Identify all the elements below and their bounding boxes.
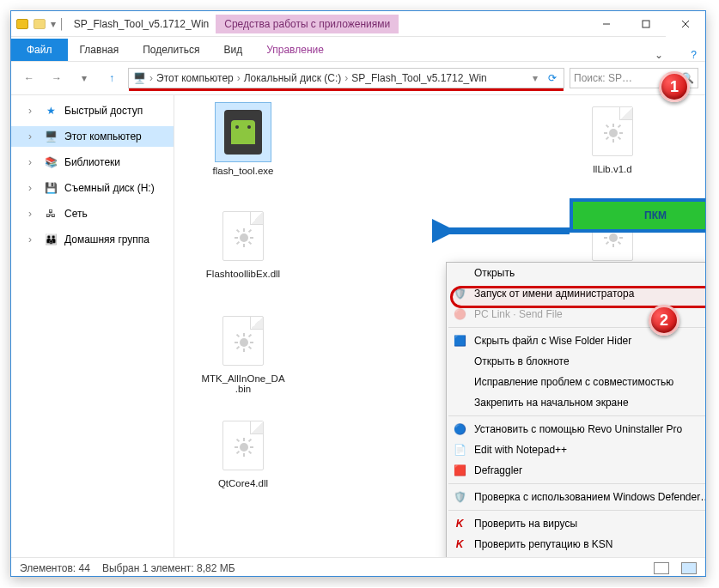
- status-item-count: Элементов: 44: [20, 562, 90, 574]
- view-icons-icon[interactable]: [681, 562, 697, 574]
- minimize-button[interactable]: [587, 11, 626, 37]
- context-menu-item[interactable]: KПроверить на вирусы: [447, 513, 705, 534]
- file-item[interactable]: MTK_AllInOne_DA.bin: [200, 312, 286, 394]
- annotation-underline: [129, 88, 564, 91]
- context-menu-item[interactable]: 🟥Defraggler▸: [447, 460, 705, 481]
- title-bar: ▾ │ SP_Flash_Tool_v5.1712_Win Средства р…: [11, 11, 705, 37]
- context-menu-item[interactable]: KKaspersky Application Advisor: [447, 555, 705, 557]
- revo-icon: 🔵: [452, 421, 467, 437]
- refresh-icon[interactable]: ⟳: [545, 72, 560, 84]
- svg-rect-18: [236, 229, 240, 233]
- nav-up-button[interactable]: ↑: [101, 67, 123, 89]
- nav-forward-button[interactable]: →: [46, 67, 68, 89]
- file-label: flash_tool.exe: [200, 166, 286, 176]
- svg-rect-11: [618, 124, 621, 128]
- folder-icon-secondary: [34, 19, 46, 29]
- context-menu-item-label: Исправление проблем с совместимостью: [474, 376, 705, 388]
- context-menu-item[interactable]: Открыть: [447, 263, 705, 283]
- file-thumb: [217, 210, 269, 262]
- context-menu-item[interactable]: 📄Edit with Notepad++: [447, 439, 705, 460]
- breadcrumb[interactable]: Локальный диск (C:): [244, 72, 342, 84]
- file-item[interactable]: FlashtoollibEx.dll: [200, 207, 286, 279]
- svg-rect-26: [619, 237, 623, 239]
- svg-rect-38: [248, 334, 252, 337]
- sidebar-item[interactable]: ›💾Съемный диск (H:): [11, 178, 174, 198]
- tab-share[interactable]: Поделиться: [131, 39, 211, 61]
- wise-icon: 🟦: [452, 333, 467, 349]
- context-menu-item-label: Закрепить на начальном экране: [474, 397, 705, 409]
- context-menu-item[interactable]: 🛡️Проверка с использованием Windows Defe…: [447, 487, 705, 507]
- svg-rect-6: [612, 139, 614, 142]
- tab-file[interactable]: Файл: [11, 39, 68, 61]
- defender-icon: 🛡️: [452, 489, 467, 505]
- sidebar-item[interactable]: ›📚Библиотеки: [11, 152, 174, 173]
- svg-rect-57: [236, 451, 240, 454]
- file-item[interactable]: flash_tool.exe: [200, 102, 286, 176]
- address-dropdown-icon[interactable]: ▾: [529, 72, 541, 84]
- sidebar-item[interactable]: ›🖧Сеть: [11, 203, 174, 224]
- file-list-pane[interactable]: flash_tool.exellLib.v1.dFlashtoollibEx.d…: [174, 95, 705, 557]
- sidebar-item[interactable]: ›👪Домашняя группа: [11, 229, 174, 250]
- address-bar-row: ← → ▾ ↑ 🖥️ › Этот компьютер › Локальный …: [11, 61, 705, 95]
- blank-icon: [452, 374, 467, 390]
- context-menu-item-label: Открыть в блокноте: [474, 355, 705, 367]
- context-menu-item-label: Проверить репутацию в KSN: [474, 538, 705, 550]
- context-menu-item[interactable]: Открыть в блокноте: [447, 351, 705, 372]
- svg-rect-21: [236, 241, 240, 245]
- ribbon-expand-icon[interactable]: ⌄: [644, 49, 673, 61]
- sidebar-item[interactable]: ›🖥️Этот компьютер: [11, 126, 174, 147]
- tab-manage[interactable]: Управление: [254, 39, 336, 61]
- nav-recent-button[interactable]: ▾: [73, 67, 95, 89]
- file-thumb: [217, 315, 269, 367]
- svg-rect-28: [618, 241, 621, 245]
- annotation-marker-2: 2: [649, 305, 679, 336]
- context-menu-item-label: Запуск от имени администратора: [474, 288, 705, 300]
- svg-rect-8: [619, 132, 623, 134]
- svg-rect-37: [248, 346, 252, 349]
- menu-separator: [448, 483, 705, 484]
- svg-rect-34: [235, 342, 238, 343]
- blank-icon: [452, 265, 467, 281]
- menu-separator: [448, 415, 705, 416]
- view-details-icon[interactable]: [654, 562, 669, 574]
- svg-rect-5: [612, 124, 614, 127]
- context-menu-item[interactable]: KПроверить репутацию в KSN: [447, 534, 705, 555]
- address-bar[interactable]: 🖥️ › Этот компьютер › Локальный диск (C:…: [128, 68, 564, 88]
- context-menu-item[interactable]: Закрепить на начальном экране: [447, 392, 705, 413]
- df-icon: 🟥: [452, 463, 467, 478]
- tab-home[interactable]: Главная: [68, 39, 131, 61]
- context-menu-item[interactable]: Исправление проблем с совместимостью: [447, 372, 705, 392]
- callout-label: ПКМ: [644, 209, 667, 221]
- svg-rect-53: [250, 446, 253, 448]
- pc-icon: 🖥️: [44, 130, 58, 143]
- context-menu-item[interactable]: 🔵Установить с помощью Revo Uninstaller P…: [447, 419, 705, 439]
- folder-icon: [16, 19, 28, 29]
- svg-rect-17: [250, 237, 253, 239]
- menu-separator: [448, 510, 705, 511]
- breadcrumb[interactable]: SP_Flash_Tool_v5.1712_Win: [351, 72, 486, 84]
- tab-view[interactable]: Вид: [211, 39, 254, 61]
- chevron-right-icon: ›: [28, 105, 37, 117]
- breadcrumb[interactable]: Этот компьютер: [156, 72, 234, 84]
- context-menu-item[interactable]: 🛡️Запуск от имени администратора: [447, 283, 705, 304]
- explorer-window: ▾ │ SP_Flash_Tool_v5.1712_Win Средства р…: [10, 10, 706, 577]
- homegroup-icon: 👪: [44, 233, 58, 246]
- sidebar-item[interactable]: ›★Быстрый доступ: [11, 100, 174, 121]
- svg-rect-12: [606, 136, 609, 140]
- help-icon[interactable]: ?: [682, 49, 705, 61]
- nav-pane: ›★Быстрый доступ›🖥️Этот компьютер›📚Библи…: [11, 95, 174, 557]
- maximize-button[interactable]: [626, 11, 666, 37]
- context-menu-item-label: Проверить на вирусы: [474, 518, 705, 530]
- context-menu-item-label: Скрыть файл с Wise Folder Hider: [474, 335, 705, 347]
- nav-back-button[interactable]: ←: [18, 67, 40, 89]
- sidebar-item-label: Быстрый доступ: [64, 105, 143, 117]
- file-item[interactable]: QtCore4.dll: [200, 416, 286, 488]
- file-item[interactable]: llLib.v1.d: [570, 102, 655, 174]
- svg-rect-35: [250, 342, 253, 343]
- annotation-marker-1: 1: [659, 71, 690, 102]
- svg-rect-51: [243, 453, 245, 457]
- svg-rect-32: [243, 333, 245, 336]
- svg-rect-39: [236, 346, 240, 349]
- svg-point-49: [240, 443, 248, 452]
- close-button[interactable]: [666, 11, 705, 37]
